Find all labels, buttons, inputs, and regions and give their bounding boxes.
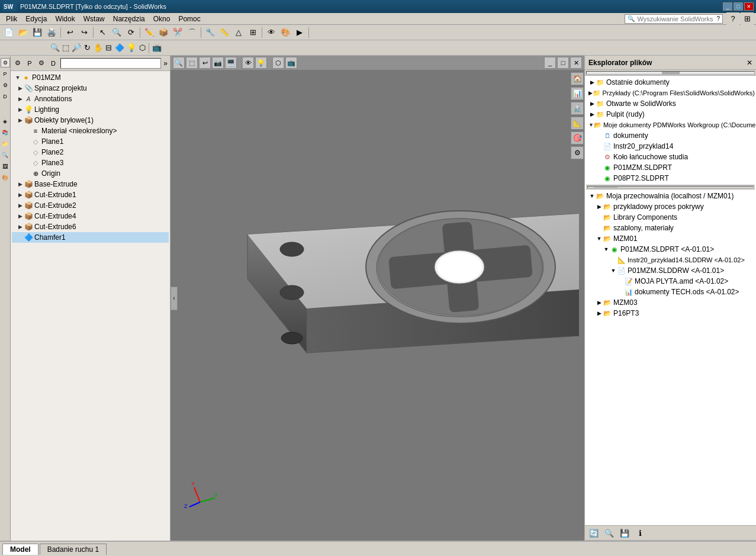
tree-lighting[interactable]: ▶ 💡 Lighting (12, 104, 169, 115)
rt-otwarte[interactable]: ▶ 📁 Otwarte w SolidWorks (586, 98, 755, 109)
pattern-button[interactable]: ⊞ (246, 26, 259, 39)
vp-side-btn-1[interactable]: 🏠 (571, 72, 584, 85)
rt-info-button[interactable]: ℹ (633, 527, 646, 539)
cut-extrude1-toggle[interactable]: ▶ (17, 191, 24, 198)
menu-okno[interactable]: Okno (150, 14, 174, 24)
vp-zoom-fit-button[interactable]: ⬚ (186, 57, 198, 69)
view-button[interactable]: 👁 (265, 26, 278, 39)
tree-base-extrude[interactable]: ▶ 📦 Base-Extrude (12, 179, 169, 189)
rt-moje-dokumenty-toggle[interactable]: ▼ (588, 121, 594, 128)
rt-przyklady[interactable]: ▶ 📁 Przykłady (C:\Program Files\SolidWor… (586, 88, 755, 98)
rotate-view-button[interactable]: ↻ (83, 41, 91, 54)
vp-side-btn-4[interactable]: 📐 (571, 117, 584, 130)
tree-annotations[interactable]: ▶ A Annotations (12, 94, 169, 104)
new-button[interactable]: 📄 (2, 26, 15, 39)
rt-mzm01-toggle[interactable]: ▼ (596, 235, 603, 242)
panel-collapse-button[interactable]: ‹ (170, 287, 178, 310)
tab-badanie[interactable]: Badanie ruchu 1 (40, 544, 107, 555)
rt-moja-przech[interactable]: ▼ 📂 Moja przechowalnia (localhost / MZM0… (586, 191, 755, 201)
zoom-area-button[interactable]: ⬚ (62, 41, 70, 54)
zoom-fit-button[interactable]: 🔍 (50, 41, 60, 54)
rt-p01mzm-slddrw[interactable]: ▼ 📄 P01MZM.SLDDRW <A-01.01> (586, 265, 755, 276)
rt-szablony[interactable]: ▶ 📂 szablony, materiały (586, 223, 755, 233)
rt-instr20-slddrw[interactable]: ▶ 📐 Instr20_przyklad14.SLDDRW <A-01.02> (586, 255, 755, 265)
base-extrude-toggle[interactable]: ▶ (17, 181, 24, 188)
open-button[interactable]: 📂 (17, 26, 30, 39)
rt-dokumenty-tech[interactable]: ▶ 📊 dokumenty TECH.ods <A-01.02> (586, 287, 755, 297)
rt-p08pt2[interactable]: ▶ ◉ P08PT2.SLDPRT (586, 173, 755, 184)
viewport[interactable]: 🔍 ⬚ ↩ 📷 🖥️ 👁 💡 ⬡ 📺 _ □ ✕ (170, 56, 584, 541)
view-palette-tab[interactable]: 🖼 (1, 162, 10, 171)
vp-side-btn-5[interactable]: 🎯 (571, 131, 584, 144)
rt-p01mzm-sldprt-toggle[interactable]: ▼ (603, 246, 610, 253)
online-help-button[interactable]: ⊞ (741, 12, 754, 25)
lighting-toggle[interactable]: ▶ (17, 106, 24, 113)
rt-ostatnie-toggle[interactable]: ▶ (588, 79, 596, 86)
config-manager-tab[interactable]: ⚙ (1, 81, 10, 90)
menu-widok[interactable]: Widok (52, 14, 78, 24)
rt-p01mzm-slddrw-toggle[interactable]: ▼ (610, 267, 617, 274)
file-explorer-close-button[interactable]: ✕ (747, 59, 752, 67)
section-view-button[interactable]: ⊟ (105, 41, 113, 54)
tree-plane1[interactable]: ▶ ◇ Plane1 (12, 136, 169, 147)
search-tab[interactable]: 🔍 (1, 150, 10, 160)
menu-pomoc[interactable]: Pomoc (175, 14, 204, 24)
cut-button[interactable]: ✂️ (171, 26, 184, 39)
measure-button[interactable]: 📏 (218, 26, 231, 39)
feature-filter-input[interactable] (60, 58, 161, 69)
menu-edycja[interactable]: Edycja (22, 14, 50, 24)
save-button[interactable]: 💾 (31, 26, 44, 39)
toggle-icon[interactable]: ▼ (14, 74, 21, 81)
rotate-button[interactable]: ⟳ (124, 26, 137, 39)
tree-obiekty[interactable]: ▶ 📦 Obiekty bryłowe(1) (12, 115, 169, 126)
rt-p16pt3[interactable]: ▶ 📂 P16PT3 (586, 308, 755, 319)
rt-dokumenty[interactable]: ▶ 🗒 dokumenty (586, 130, 755, 141)
view-orient-button[interactable]: ⬡ (138, 41, 146, 54)
vp-side-btn-3[interactable]: 🔬 (571, 102, 584, 115)
tree-root-p01mzm[interactable]: ▼ ● P01MZM (12, 72, 169, 83)
undo-button[interactable]: ↩ (63, 26, 76, 39)
rt-p16pt3-toggle[interactable]: ▶ (596, 310, 603, 317)
zoom-button[interactable]: 🔍 (110, 26, 123, 39)
tree-origin[interactable]: ▶ ⊕ Origin (12, 168, 169, 179)
view3-button[interactable]: 📺 (152, 41, 162, 54)
search-input[interactable] (637, 15, 714, 23)
solidworks-resources-tab[interactable]: ◈ (1, 117, 10, 126)
obiekty-toggle[interactable]: ▶ (17, 117, 24, 124)
tree-cut-extrude4[interactable]: ▶ 📦 Cut-Extrude4 (12, 211, 169, 221)
feature-manager-tab[interactable]: ⚙ (1, 58, 10, 68)
dim-xpert-tab[interactable]: D (1, 92, 10, 101)
rt-library-components[interactable]: ▶ 📂 Library Components (586, 212, 755, 223)
rt-moja-plyta[interactable]: ▶ 📝 MOJA PLYTA.amd <A-01.02> (586, 276, 755, 287)
menu-wstaw[interactable]: Wstaw (80, 14, 108, 24)
tree-plane2[interactable]: ▶ ◇ Plane2 (12, 147, 169, 158)
vp-minimize-button[interactable]: _ (544, 57, 556, 69)
tree-cut-extrude2[interactable]: ▶ 📦 Cut-Extrude2 (12, 200, 169, 211)
appearances-tab[interactable]: 🎨 (1, 173, 10, 182)
rt-mzm03-toggle[interactable]: ▶ (596, 299, 603, 306)
minimize-button[interactable]: _ (723, 2, 732, 11)
file-explorer-tab[interactable]: 📁 (1, 139, 10, 149)
rt-mzm03[interactable]: ▶ 📂 MZM03 (586, 297, 755, 308)
menu-narzedzia[interactable]: Narzędzia (110, 14, 149, 24)
vp-prev-view-button[interactable]: ↩ (199, 57, 211, 69)
rt-przykladowy[interactable]: ▶ 📂 przykladowy proces pokrywy (586, 201, 755, 212)
restore-button[interactable]: □ (734, 2, 743, 11)
close-button[interactable]: ✕ (744, 2, 754, 11)
tree-chamfer1[interactable]: ▶ 🔷 Chamfer1 (12, 232, 169, 243)
vp-side-btn-6[interactable]: ⚙ (571, 146, 584, 159)
display-style-button[interactable]: 🔷 (114, 41, 125, 54)
cut-extrude4-toggle[interactable]: ▶ (17, 213, 24, 220)
print-button[interactable]: 🖨️ (45, 26, 58, 39)
select-button[interactable]: ↖ (96, 26, 109, 39)
property-manager-tab[interactable]: P (1, 69, 10, 79)
tree-material[interactable]: ▶ ≡ Materiał <nieokreślony> (12, 126, 169, 136)
vp-maximize-button[interactable]: □ (557, 57, 569, 69)
rt-p01mzm-prt[interactable]: ▶ ◉ P01MZM.SLDPRT (586, 162, 755, 173)
rt-moja-przech-toggle[interactable]: ▼ (588, 192, 596, 200)
vp-section-button[interactable]: 📷 (212, 57, 224, 69)
rt-moje-dokumenty[interactable]: ▼ 📂 Moje dokumenty PDMWorks Workgroup (C… (586, 120, 755, 130)
vp-3d-button[interactable]: 📺 (285, 57, 297, 69)
rt-mzm01[interactable]: ▼ 📂 MZM01 (586, 233, 755, 244)
fillet-button[interactable]: ⌒ (185, 26, 198, 39)
